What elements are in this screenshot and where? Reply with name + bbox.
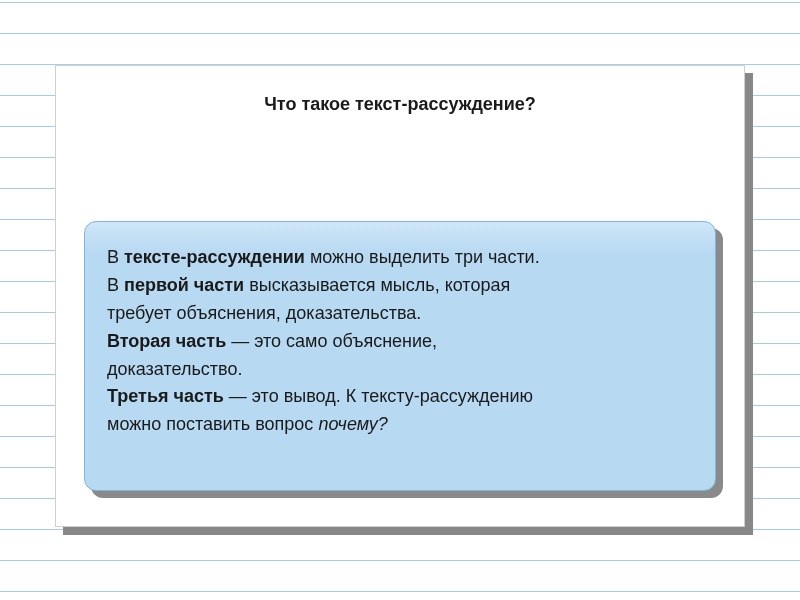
body-line-2: В первой части высказывается мысль, кото… [107,272,693,300]
slide-title: Что такое текст-рассуждение? [56,94,744,115]
page-root: Что такое текст-рассуждение? В тексте-ра… [0,0,800,600]
body-line-5: доказательство. [107,356,693,384]
t-italic: почему? [318,414,388,434]
body-line-6: Третья часть — это вывод. К тексту-рассу… [107,383,693,411]
t: можно выделить три части. [305,247,540,267]
t: В [107,247,124,267]
body-line-3: требует объяснения, доказательства. [107,300,693,328]
callout-body: В тексте-рассуждении можно выделить три … [84,221,716,491]
t: высказывается мысль, которая [244,275,510,295]
t: можно поставить вопрос [107,414,318,434]
body-line-1: В тексте-рассуждении можно выделить три … [107,244,693,272]
body-line-4: Вторая часть — это само объяснение, [107,328,693,356]
t: — это само объяснение, [226,331,437,351]
t-bold: первой части [124,275,244,295]
t-bold: тексте-рассуждении [124,247,305,267]
t: В [107,275,124,295]
t-bold: Третья часть [107,386,224,406]
slide-container: Что такое текст-рассуждение? В тексте-ра… [55,65,745,527]
callout-container: В тексте-рассуждении можно выделить три … [84,221,716,491]
body-line-7: можно поставить вопрос почему? [107,411,693,439]
slide: Что такое текст-рассуждение? В тексте-ра… [55,65,745,527]
t-bold: Вторая часть [107,331,226,351]
t: — это вывод. К тексту-рассуждению [224,386,533,406]
